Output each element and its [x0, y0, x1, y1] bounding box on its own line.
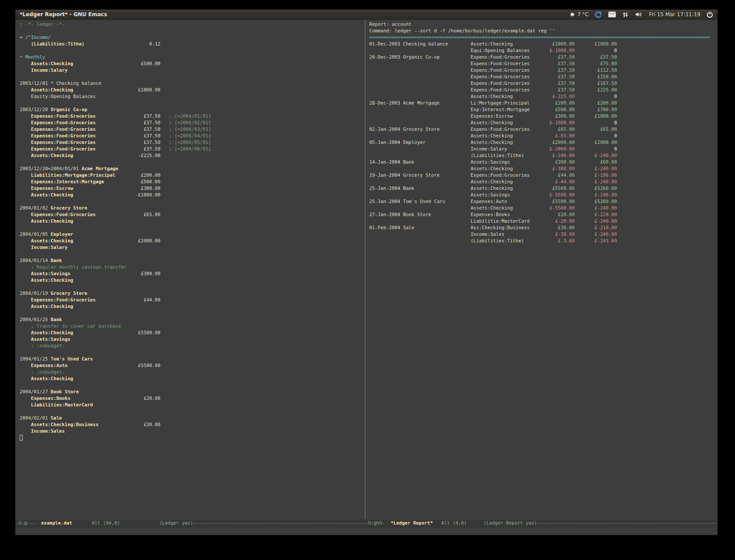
buffer-line[interactable]: Expens:Food:Groceries £37.50 £150.00: [369, 74, 717, 80]
buffer-line[interactable]: (Liabilities:Tithe) 0.12: [20, 41, 365, 47]
buffer-line[interactable]: Assets:Checking £-44.00 £-240.00: [369, 178, 717, 185]
buffer-line[interactable]: [20, 100, 365, 106]
buffer-line[interactable]: Expenses:Food:Groceries £37.50 ; [=2004/…: [20, 133, 365, 139]
buffer-line[interactable]: 2004/01/14 Bank: [20, 257, 365, 264]
buffer-line[interactable]: Report: account: [369, 21, 717, 28]
buffer-line[interactable]: [20, 349, 365, 356]
buffer-line[interactable]: Liabilities:Mortgage:Principal £200.00: [20, 172, 365, 178]
buffer-line[interactable]: [20, 408, 365, 415]
buffer-line[interactable]: 27-Jan-2004 Book Store Expenses:Books £2…: [369, 211, 717, 218]
buffer-line[interactable]: ========================================…: [369, 34, 717, 41]
buffer-line[interactable]: 2004/01/25 Tom's Used Cars: [20, 356, 365, 362]
buffer-line[interactable]: 2004/01/25 Bank: [20, 316, 365, 323]
buffer-line[interactable]: Assets:Checking £-300.00 £-240.00: [369, 165, 717, 172]
buffer-line[interactable]: 05-Jan-2004 Employer Assets:Checking £20…: [369, 139, 717, 146]
buffer-line[interactable]: [20, 310, 365, 316]
buffer-line[interactable]: Expenses:Escrow £300.00 £1000.00: [369, 113, 717, 119]
buffer-line[interactable]: Expenses:Interest:Mortgage £500.00: [20, 178, 365, 185]
buffer-line[interactable]: Income:Salary: [20, 244, 365, 251]
buffer-line[interactable]: Assets:Checking -£225.00: [20, 152, 365, 159]
modeline-left[interactable]: -U:@--- example.dat All (64,0) (Ledger y…: [15, 519, 365, 528]
buffer-line[interactable]: Assets:Checking £5500.00: [20, 329, 365, 336]
buffer-line[interactable]: Assets:Checking £2000.00: [20, 238, 365, 244]
buffer-line[interactable]: Expenses:Food:Groceries £37.50 ; [=2004/…: [20, 126, 365, 133]
buffer-line[interactable]: Expenses:Food:Groceries £37.50 ; [=2004/…: [20, 146, 365, 152]
buffer-line[interactable]: ; Regular monthly savings transfer: [20, 264, 365, 270]
buffer-line[interactable]: Command: ledger --sort d -f /home/borbus…: [369, 28, 717, 34]
buffer-line[interactable]: Expenses:Auto £5500.00: [20, 362, 365, 369]
buffer-line[interactable]: Assets:Checking:Business £30.00: [20, 421, 365, 428]
buffer-line[interactable]: 2003/12/01 * Checking balance: [20, 80, 365, 87]
window-divider[interactable]: [365, 20, 365, 519]
buffer-line[interactable]: [20, 47, 365, 54]
ledger-file-buffer[interactable]: ; -*- ledger -*-= /^Income/ (Liabilities…: [15, 20, 365, 519]
buffer-line[interactable]: Expenses:Books £20.00: [20, 395, 365, 402]
buffer-line[interactable]: 2004/01/27 Book Store: [20, 388, 365, 395]
clock[interactable]: Fri 15 Mar 17:11:19: [649, 11, 700, 18]
buffer-line[interactable]: [20, 382, 365, 388]
buffer-line[interactable]: 2004/01/05 Employer: [20, 231, 365, 238]
buffer-line[interactable]: Assets:Checking £1000.00: [20, 87, 365, 93]
buffer-line[interactable]: (Liabilities:Tithe) £-240.00 £-240.00: [369, 152, 717, 159]
ledger-report-buffer[interactable]: Report: accountCommand: ledger --sort d …: [365, 20, 717, 519]
refresh-icon[interactable]: [595, 11, 602, 18]
buffer-line[interactable]: Expens:Food:Groceries £37.50 £75.00: [369, 60, 717, 67]
buffer-line[interactable]: 01-Dec-2003 Checking balance Assets:Chec…: [369, 41, 717, 47]
buffer-line[interactable]: 19-Jan-2004 Grocery Store Expens:Food:Gr…: [369, 172, 717, 178]
buffer-line[interactable]: Expens:Food:Groceries £37.50 £225.00: [369, 87, 717, 93]
buffer-line[interactable]: Assets:Savings £300.00: [20, 270, 365, 277]
buffer-line[interactable]: ; -*- ledger -*-: [20, 21, 365, 28]
buffer-line[interactable]: 2004/01/19 Grocery Store: [20, 290, 365, 297]
buffer-line[interactable]: Income:Sales: [20, 428, 365, 434]
buffer-line[interactable]: Assets:Savings £-5500.00 £-240.00: [369, 192, 717, 198]
buffer-line[interactable]: Equity:Opening Balances: [20, 93, 365, 100]
modeline-right[interactable]: -U:@%%- *Ledger Report* All (4,0) (Ledge…: [365, 519, 717, 528]
buffer-line[interactable]: Income:Sales £-30.00 £-240.00: [369, 231, 717, 238]
buffer-line[interactable]: Income:Salary: [20, 67, 365, 74]
buffer-line[interactable]: Liabilitie:MasterCard £-20.00 £-240.00: [369, 218, 717, 224]
buffer-line[interactable]: 2004/01/02 Grocery Store: [20, 205, 365, 211]
buffer-line[interactable]: Assets:Checking: [20, 277, 365, 284]
buffer-line[interactable]: [20, 198, 365, 205]
buffer-line[interactable]: Expenses:Food:Groceries £37.50 ; [=2004/…: [20, 119, 365, 126]
buffer-line[interactable]: (Liabilities:Tithe) £-3.60 £-243.60: [369, 238, 717, 244]
buffer-line[interactable]: ~ Monthly: [20, 54, 365, 60]
buffer-line[interactable]: 2003/12/20 Organic Co-op: [20, 106, 365, 113]
buffer-line[interactable]: Expenses:Escrow £300.00: [20, 185, 365, 192]
buffer-line[interactable]: 01-Feb-2004 Sale Ass:Checking:Business £…: [369, 224, 717, 231]
buffer-line[interactable]: Expenses:Food:Groceries £44.00: [20, 297, 365, 303]
buffer-line[interactable]: ; Transfer to cover car purchase: [20, 323, 365, 329]
buffer-line[interactable]: 14-Jan-2004 Bank Assets:Savings £300.00 …: [369, 159, 717, 165]
power-icon[interactable]: [707, 11, 713, 18]
mail-icon[interactable]: [608, 11, 616, 18]
buffer-line[interactable]: Assets:Checking £-65.00 0: [369, 133, 717, 139]
buffer-line[interactable]: Assets:Savings: [20, 336, 365, 343]
buffer-line[interactable]: Equi:Opening Balances £-1000.00 0: [369, 47, 717, 54]
buffer-line[interactable]: 25-Jan-2004 Bank Assets:Checking £5500.0…: [369, 185, 717, 192]
buffer-line[interactable]: Assets:Checking £-225.00 0: [369, 93, 717, 100]
buffer-line[interactable]: 25-Jan-2004 Tom's Used Cars Expenses:Aut…: [369, 198, 717, 205]
buffer-line[interactable]: 02-Jan-2004 Grocery Store Expens:Food:Gr…: [369, 126, 717, 133]
buffer-line[interactable]: 2004/02/01 Sale: [20, 415, 365, 421]
buffer-line[interactable]: Expenses:Food:Groceries £37.50 ; [=2004/…: [20, 113, 365, 119]
buffer-line[interactable]: Assets:Checking: [20, 218, 365, 224]
buffer-line[interactable]: ; :nobudget:: [20, 369, 365, 375]
buffer-line[interactable]: Assets:Checking: [20, 303, 365, 310]
buffer-line[interactable]: Expens:Food:Groceries £37.50 £187.50: [369, 80, 717, 87]
buffer-line[interactable]: Assets:Checking £500.00: [20, 60, 365, 67]
buffer-line[interactable]: Exp:Interest:Mortgage £500.00 £700.00: [369, 106, 717, 113]
buffer-line[interactable]: Assets:Checking £-5500.00 £-240.00: [369, 205, 717, 211]
weather-applet[interactable]: 7 °C: [569, 11, 589, 18]
buffer-line[interactable]: [20, 28, 365, 34]
buffer-line[interactable]: [20, 284, 365, 290]
buffer-line[interactable]: Expens:Food:Groceries £37.50 £112.50: [369, 67, 717, 74]
network-arrows-icon[interactable]: [622, 11, 629, 18]
buffer-line[interactable]: Assets:Checking -£1000.00: [20, 192, 365, 198]
buffer-line[interactable]: Income:Salary £-2000.00 0: [369, 146, 717, 152]
buffer-line[interactable]: = /^Income/: [20, 34, 365, 41]
buffer-line[interactable]: [20, 74, 365, 80]
buffer-line[interactable]: [20, 159, 365, 165]
buffer-line[interactable]: Liabilities:MasterCard: [20, 402, 365, 408]
buffer-line[interactable]: [20, 434, 365, 441]
echo-area[interactable]: [15, 528, 718, 535]
